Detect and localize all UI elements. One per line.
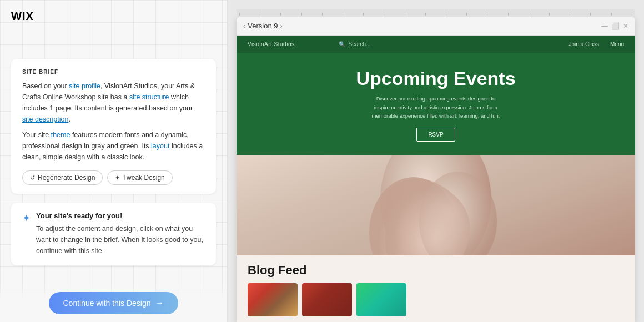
layout-link[interactable]: layout xyxy=(151,142,169,150)
ruler-mark xyxy=(239,13,240,16)
theme-link[interactable]: theme xyxy=(51,131,71,139)
ready-title: Your site's ready for you! xyxy=(36,212,205,220)
maximize-icon[interactable]: ⬜ xyxy=(611,22,620,30)
site-brief-title: SITE BRIEF xyxy=(22,69,205,75)
tweak-icon: ✦ xyxy=(115,174,120,182)
browser-version: Version 9 xyxy=(248,22,278,30)
browser-content: VisionArt Studios 🔍 Search... Join a Cla… xyxy=(237,36,635,322)
ruler-mark xyxy=(280,13,281,16)
ruler-mark xyxy=(260,13,260,16)
browser-controls: — ⬜ ✕ xyxy=(601,22,628,30)
browser-forward-arrow[interactable]: › xyxy=(280,22,283,30)
ruler-mark xyxy=(487,13,487,16)
hero-subtitle: Discover our exciting upcoming events de… xyxy=(369,94,502,120)
site-blog-section: Blog Feed xyxy=(237,255,635,322)
join-class-link[interactable]: Join a Class xyxy=(569,41,599,47)
tweak-label: Tweak Design xyxy=(123,174,164,182)
site-structure-link[interactable]: site structure xyxy=(129,93,169,101)
close-icon[interactable]: ✕ xyxy=(623,22,628,30)
minimize-icon[interactable]: — xyxy=(601,22,608,30)
blog-card-3[interactable] xyxy=(356,283,406,316)
ruler-mark xyxy=(363,13,364,16)
regenerate-label: Regenerate Design xyxy=(38,174,95,182)
blog-feed-title: Blog Feed xyxy=(248,263,624,278)
site-brief-text: Based on your site profile, VisionArt St… xyxy=(22,80,205,163)
bottom-bar: Continue with this Design → xyxy=(0,284,227,322)
blog-card-2[interactable] xyxy=(302,283,352,316)
left-content: SITE BRIEF Based on your site profile, V… xyxy=(0,28,227,322)
ruler-mark xyxy=(508,13,509,16)
blog-card-1[interactable] xyxy=(248,283,298,316)
site-image-section xyxy=(237,155,635,255)
regenerate-icon: ↺ xyxy=(30,174,35,182)
ruler-mark xyxy=(549,13,550,16)
brief-p1-pre: Based on your xyxy=(22,82,69,90)
brief-p1-end: . xyxy=(68,115,70,123)
ruler-mark xyxy=(611,13,612,16)
ruler-mark xyxy=(446,13,446,16)
hero-title: Upcoming Events xyxy=(248,68,624,89)
site-hero: Upcoming Events Discover our exciting up… xyxy=(237,53,635,155)
search-icon: 🔍 xyxy=(339,41,345,47)
browser-window: ‹ Version 9 › — ⬜ ✕ VisionArt Studios 🔍 … xyxy=(237,17,635,322)
regenerate-design-button[interactable]: ↺ Regenerate Design xyxy=(22,170,103,185)
site-search: 🔍 Search... xyxy=(339,41,370,47)
ruler-mark xyxy=(384,13,384,16)
blob-svg xyxy=(347,155,525,255)
browser-toolbar: ‹ Version 9 › — ⬜ ✕ xyxy=(237,17,635,36)
ruler-mark xyxy=(425,13,426,16)
ruler-mark xyxy=(632,13,632,16)
browser-nav: ‹ Version 9 › xyxy=(243,22,283,30)
ruler-mark xyxy=(322,13,323,16)
right-panel: ‹ Version 9 › — ⬜ ✕ VisionArt Studios 🔍 … xyxy=(228,0,644,322)
ruler-mark xyxy=(405,13,405,16)
brief-buttons-row: ↺ Regenerate Design ✦ Tweak Design xyxy=(22,170,205,185)
browser-back-arrow[interactable]: ‹ xyxy=(243,22,245,30)
ruler-marks xyxy=(237,13,635,16)
ruler-mark xyxy=(570,13,570,16)
ruler-top xyxy=(237,9,635,17)
rsvp-button[interactable]: RSVP xyxy=(416,128,455,142)
menu-link[interactable]: Menu xyxy=(610,41,624,47)
continue-label: Continue with this Design xyxy=(63,299,151,308)
ready-text: To adjust the content and design, click … xyxy=(36,223,205,256)
search-placeholder: Search... xyxy=(348,41,370,47)
site-navbar: VisionArt Studios 🔍 Search... Join a Cla… xyxy=(237,36,635,53)
site-brief-card: SITE BRIEF Based on your site profile, V… xyxy=(11,59,216,194)
ruler-mark xyxy=(343,13,343,16)
left-panel: WIX SITE BRIEF Based on your site profil… xyxy=(0,0,228,322)
ruler-mark xyxy=(529,13,529,16)
ruler-mark xyxy=(590,13,591,16)
site-description-link[interactable]: site description xyxy=(22,115,68,123)
ruler-mark xyxy=(466,13,467,16)
blog-grid xyxy=(248,283,624,316)
wix-logo: WIX xyxy=(0,0,227,28)
tweak-design-button[interactable]: ✦ Tweak Design xyxy=(107,170,172,185)
site-navbar-links: Join a Class Menu xyxy=(569,41,624,47)
site-profile-link[interactable]: site profile xyxy=(69,82,100,90)
arrow-right-icon: → xyxy=(155,298,164,308)
ready-content: Your site's ready for you! To adjust the… xyxy=(36,212,205,256)
sparkle-icon: ✦ xyxy=(22,212,31,224)
continue-button[interactable]: Continue with this Design → xyxy=(49,292,179,314)
ready-card: ✦ Your site's ready for you! To adjust t… xyxy=(11,203,216,265)
brief-p2-pre: Your site xyxy=(22,131,51,139)
site-brand: VisionArt Studios xyxy=(248,41,294,47)
ruler-mark xyxy=(301,13,302,16)
